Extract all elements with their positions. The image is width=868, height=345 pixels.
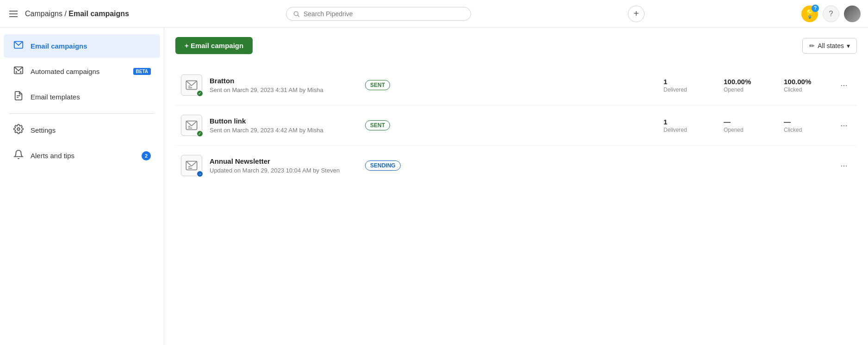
campaign-name: Bratton <box>210 77 358 85</box>
campaign-stats <box>408 165 829 166</box>
nav-right: 💡 ? ? <box>801 6 861 22</box>
sidebar-label-email-campaigns: Email campaigns <box>31 42 151 50</box>
settings-icon <box>13 124 24 136</box>
filter-dropdown[interactable]: ✏ All states ▾ <box>802 38 857 54</box>
svg-point-6 <box>17 128 20 130</box>
tips-badge: ? <box>812 5 819 12</box>
pencil-icon: ✏ <box>809 42 815 49</box>
alerts-count-badge: 2 <box>142 151 151 160</box>
more-options-button[interactable]: ··· <box>837 118 851 133</box>
stat-value-clicked: 100.00% <box>784 78 825 86</box>
add-campaign-button[interactable]: + Email campaign <box>175 37 253 54</box>
campaign-info: Annual Newsletter Updated on March 29, 2… <box>210 157 358 174</box>
sidebar-label-automated: Automated campaigns <box>31 68 127 75</box>
layout: Email campaigns Automated campaigns BETA… <box>0 28 868 345</box>
stat-label-clicked: Clicked <box>784 127 825 133</box>
email-templates-icon <box>13 91 24 103</box>
sidebar-label-templates: Email templates <box>31 93 151 101</box>
stat-value-clicked: — <box>784 118 825 126</box>
svg-line-1 <box>298 15 299 16</box>
status-dot-sending: → <box>196 170 204 178</box>
sidebar-item-email-campaigns[interactable]: Email campaigns <box>4 34 160 58</box>
stat-value-opened: — <box>724 118 765 126</box>
sidebar-item-automated-campaigns[interactable]: Automated campaigns BETA <box>4 60 160 83</box>
avatar[interactable] <box>844 6 861 22</box>
more-options-button[interactable]: ··· <box>837 78 851 92</box>
stat-label-opened: Opened <box>724 86 765 93</box>
campaign-meta: Sent on March 29, 2023 4:31 AM by Misha <box>210 86 358 93</box>
stat-clicked: — Clicked <box>784 118 825 133</box>
stat-opened: 100.00% Opened <box>724 78 765 93</box>
help-button[interactable]: ? <box>823 6 839 22</box>
campaign-info: Bratton Sent on March 29, 2023 4:31 AM b… <box>210 77 358 93</box>
sidebar-item-email-templates[interactable]: Email templates <box>4 85 160 109</box>
automated-campaigns-icon <box>13 65 24 78</box>
sidebar-label-alerts: Alerts and tips <box>31 152 135 160</box>
campaign-icon-wrap: → <box>181 155 202 176</box>
search-input[interactable] <box>304 10 464 18</box>
main-content: + Email campaign ✏ All states ▾ ✓ Bratto… <box>164 28 868 345</box>
stat-delivered <box>663 165 705 166</box>
top-nav: Campaigns / Email campaigns + 💡 ? ? <box>0 0 868 28</box>
stat-opened: — Opened <box>724 118 765 133</box>
stat-clicked <box>784 165 825 166</box>
status-badge: SENT <box>365 120 390 130</box>
alerts-icon <box>13 149 24 162</box>
stat-value-delivered: 1 <box>663 78 705 86</box>
chevron-down-icon: ▾ <box>847 42 850 49</box>
stat-label-opened: Opened <box>724 127 765 133</box>
sidebar-divider <box>9 113 155 114</box>
email-campaigns-icon <box>13 40 24 52</box>
hamburger-menu[interactable] <box>7 9 19 19</box>
table-row: ✓ Bratton Sent on March 29, 2023 4:31 AM… <box>175 65 857 105</box>
svg-point-0 <box>294 12 298 16</box>
stat-label-delivered: Delivered <box>663 86 705 93</box>
stat-label-clicked: Clicked <box>784 86 825 93</box>
campaign-info: Button link Sent on March 29, 2023 4:42 … <box>210 117 358 134</box>
campaign-stats: 1 Delivered 100.00% Opened 100.00% Click… <box>397 78 829 93</box>
campaign-name: Annual Newsletter <box>210 157 358 165</box>
breadcrumb: Campaigns / Email campaigns <box>25 10 129 18</box>
status-dot-sent: ✓ <box>196 90 204 97</box>
sidebar: Email campaigns Automated campaigns BETA… <box>0 28 164 345</box>
sidebar-item-alerts[interactable]: Alerts and tips 2 <box>4 144 160 167</box>
campaign-meta: Updated on March 29, 2023 10:04 AM by St… <box>210 167 358 174</box>
sidebar-label-settings: Settings <box>31 126 151 134</box>
campaign-icon-wrap: ✓ <box>181 74 202 96</box>
sidebar-item-settings[interactable]: Settings <box>4 118 160 142</box>
more-options-button[interactable]: ··· <box>837 158 851 173</box>
search-icon <box>293 10 300 18</box>
status-badge: SENDING <box>365 160 401 171</box>
filter-label: All states <box>818 42 844 49</box>
tips-button[interactable]: 💡 ? <box>801 6 818 22</box>
status-dot-sent: ✓ <box>196 130 204 137</box>
stat-opened <box>724 165 765 166</box>
stat-clicked: 100.00% Clicked <box>784 78 825 93</box>
stat-value-opened: 100.00% <box>724 78 765 86</box>
campaign-list: ✓ Bratton Sent on March 29, 2023 4:31 AM… <box>175 65 857 185</box>
search-bar[interactable] <box>286 7 471 21</box>
stat-value-delivered: 1 <box>663 118 705 126</box>
main-header: + Email campaign ✏ All states ▾ <box>175 37 857 54</box>
status-badge: SENT <box>365 80 390 90</box>
beta-badge: BETA <box>133 68 151 75</box>
stat-label-delivered: Delivered <box>663 127 705 133</box>
stat-delivered: 1 Delivered <box>663 78 705 93</box>
table-row: ✓ Button link Sent on March 29, 2023 4:4… <box>175 105 857 146</box>
campaign-meta: Sent on March 29, 2023 4:42 AM by Misha <box>210 127 358 134</box>
stat-delivered: 1 Delivered <box>663 118 705 133</box>
add-button[interactable]: + <box>628 6 645 22</box>
campaign-stats: 1 Delivered — Opened — Clicked <box>397 118 829 133</box>
campaign-icon-wrap: ✓ <box>181 115 202 136</box>
campaign-name: Button link <box>210 117 358 125</box>
table-row: → Annual Newsletter Updated on March 29,… <box>175 146 857 185</box>
